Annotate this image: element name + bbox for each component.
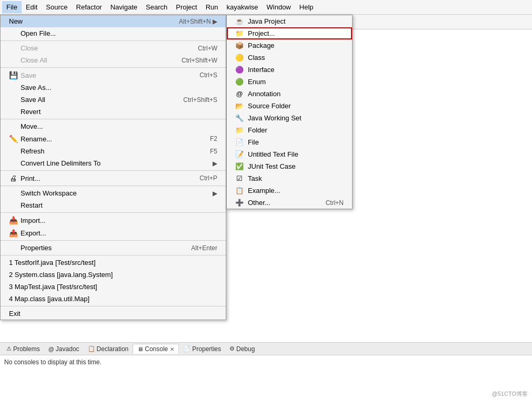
file-properties-label: Properties bbox=[21, 244, 52, 252]
file-switchworkspace-item[interactable]: Switch Workspace ▶ bbox=[1, 187, 226, 199]
new-file[interactable]: 📄 File bbox=[227, 136, 352, 148]
file-exit-item[interactable]: Exit bbox=[1, 307, 226, 320]
file-rename-item[interactable]: ✏️ Rename... F2 bbox=[1, 132, 226, 145]
working-set-icon: 🔧 bbox=[235, 114, 244, 122]
footer-text: @51CTO博客 bbox=[492, 390, 528, 398]
new-task-label: Task bbox=[248, 175, 262, 182]
tab-properties-label: Properties bbox=[192, 345, 221, 353]
new-other[interactable]: ➕ Other... Ctrl+N bbox=[227, 197, 352, 209]
new-example[interactable]: 📋 Example... bbox=[227, 184, 352, 197]
divider-7 bbox=[1, 240, 226, 241]
junit-icon: ✅ bbox=[235, 162, 244, 170]
file-import-item[interactable]: 📥 Import... bbox=[1, 214, 226, 227]
bottom-tabs-bar: ⚠ Problems @ Javadoc 📋 Declaration 🖥 Con… bbox=[0, 343, 532, 355]
source-folder-icon: 📂 bbox=[235, 102, 244, 110]
tab-console-label: Console bbox=[145, 345, 168, 353]
untitled-text-icon: 📝 bbox=[235, 150, 244, 158]
file-icon: 📄 bbox=[235, 138, 244, 146]
menu-file[interactable]: File bbox=[2, 1, 22, 13]
new-task[interactable]: ☑ Task bbox=[227, 172, 352, 184]
file-saveas-item[interactable]: Save As... bbox=[1, 81, 226, 94]
divider-1 bbox=[1, 40, 226, 41]
new-enum-label: Enum bbox=[248, 78, 266, 86]
new-java-working-set[interactable]: 🔧 Java Working Set bbox=[227, 112, 352, 124]
file-refresh-item[interactable]: Refresh F5 bbox=[1, 145, 226, 157]
new-enum[interactable]: 🟢 Enum bbox=[227, 76, 352, 88]
menu-edit[interactable]: Edit bbox=[22, 1, 42, 13]
new-class[interactable]: 🟡 Class bbox=[227, 52, 352, 64]
menu-project[interactable]: Project bbox=[172, 1, 201, 13]
new-java-project-label: Java Project bbox=[248, 17, 286, 25]
new-interface[interactable]: 🟣 Interface bbox=[227, 64, 352, 76]
file-properties-item[interactable]: Properties Alt+Enter bbox=[1, 242, 226, 254]
divider-9 bbox=[1, 306, 226, 306]
enum-icon: 🟢 bbox=[235, 78, 244, 86]
tab-debug[interactable]: ⚙ Debug bbox=[225, 344, 259, 354]
file-move-label: Move... bbox=[21, 122, 43, 130]
recent-1[interactable]: 1 TestforIf.java [Test/src/test] bbox=[1, 257, 226, 269]
file-revert-label: Revert bbox=[21, 108, 41, 116]
new-java-project[interactable]: ☕ Java Project bbox=[227, 15, 352, 27]
annotation-icon: @ bbox=[235, 90, 244, 98]
file-revert-item[interactable]: Revert bbox=[1, 106, 226, 118]
recent-2[interactable]: 2 System.class [java.lang.System] bbox=[1, 269, 226, 281]
new-junit[interactable]: ✅ JUnit Test Case bbox=[227, 160, 352, 172]
file-move-item[interactable]: Move... bbox=[1, 120, 226, 132]
project-icon: 📁 bbox=[235, 29, 244, 37]
recent-3[interactable]: 3 MapTest.java [Test/src/test] bbox=[1, 281, 226, 293]
divider-5 bbox=[1, 186, 226, 186]
new-folder[interactable]: 📁 Folder bbox=[227, 124, 352, 136]
new-untitled-text[interactable]: 📝 Untitled Text File bbox=[227, 148, 352, 160]
file-new-item[interactable]: New Alt+Shift+N ▶ bbox=[1, 15, 226, 27]
file-saveall-item[interactable]: Save All Ctrl+Shift+S bbox=[1, 94, 226, 106]
tab-declaration[interactable]: 📋 Declaration bbox=[84, 344, 133, 354]
menu-bar: File Edit Source Refactor Navigate Searc… bbox=[0, 0, 532, 15]
tab-problems[interactable]: ⚠ Problems bbox=[2, 344, 44, 354]
file-closeall-label: Close All bbox=[21, 56, 47, 64]
file-rename-label: Rename... bbox=[21, 135, 52, 143]
file-open-item[interactable]: Open File... bbox=[1, 27, 226, 39]
tab-console[interactable]: 🖥 Console ✕ bbox=[133, 344, 179, 354]
save-icon: 💾 bbox=[9, 71, 17, 79]
menu-kayakwise[interactable]: kayakwise bbox=[223, 1, 263, 13]
file-convertline-item[interactable]: Convert Line Delimiters To ▶ bbox=[1, 157, 226, 169]
file-restart-item[interactable]: Restart bbox=[1, 199, 226, 211]
new-annotation[interactable]: @ Annotation bbox=[227, 88, 352, 100]
new-source-folder[interactable]: 📂 Source Folder bbox=[227, 100, 352, 112]
tab-debug-label: Debug bbox=[236, 345, 255, 353]
file-switchworkspace-arrow: ▶ bbox=[213, 190, 217, 197]
new-project[interactable]: 📁 Project... bbox=[227, 27, 352, 39]
tab-properties[interactable]: 📄 Properties bbox=[179, 344, 225, 354]
recent-4[interactable]: 4 Map.class [java.util.Map] bbox=[1, 293, 226, 305]
new-package[interactable]: 📦 Package bbox=[227, 39, 352, 52]
class-icon: 🟡 bbox=[235, 54, 244, 61]
file-close-label: Close bbox=[21, 44, 38, 52]
tab-javadoc[interactable]: @ Javadoc bbox=[44, 344, 84, 354]
divider-2 bbox=[1, 67, 226, 68]
file-saveas-label: Save As... bbox=[21, 84, 52, 91]
menu-run[interactable]: Run bbox=[202, 1, 223, 13]
menu-window[interactable]: Window bbox=[263, 1, 295, 13]
file-export-item[interactable]: 📤 Export... bbox=[1, 227, 226, 239]
declaration-icon: 📋 bbox=[88, 345, 95, 352]
java-project-icon: ☕ bbox=[235, 17, 244, 25]
menu-search[interactable]: Search bbox=[142, 1, 172, 13]
menu-help[interactable]: Help bbox=[295, 1, 318, 13]
menu-source[interactable]: Source bbox=[42, 1, 72, 13]
file-save-shortcut: Ctrl+S bbox=[199, 71, 217, 79]
file-saveall-label: Save All bbox=[21, 96, 45, 104]
problems-icon: ⚠ bbox=[6, 345, 12, 352]
file-print-item[interactable]: 🖨 Print... Ctrl+P bbox=[1, 172, 226, 184]
menu-navigate[interactable]: Navigate bbox=[106, 1, 142, 13]
new-other-shortcut: Ctrl+N bbox=[326, 199, 344, 207]
file-new-shortcut: Alt+Shift+N ▶ bbox=[179, 18, 217, 25]
menu-refactor[interactable]: Refactor bbox=[72, 1, 106, 13]
file-rename-shortcut: F2 bbox=[210, 135, 217, 142]
print-icon: 🖨 bbox=[9, 174, 17, 182]
new-other-label: Other... bbox=[248, 199, 270, 207]
javadoc-icon: @ bbox=[48, 346, 54, 352]
new-untitled-text-label: Untitled Text File bbox=[248, 150, 298, 158]
divider-8 bbox=[1, 255, 226, 255]
console-close[interactable]: ✕ bbox=[170, 346, 174, 352]
package-icon: 📦 bbox=[235, 42, 244, 49]
